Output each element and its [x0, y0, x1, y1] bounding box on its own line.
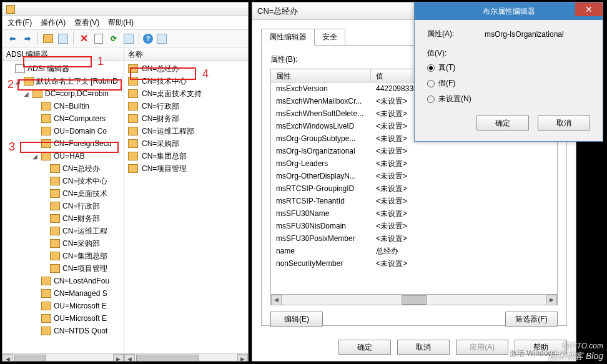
filter-button[interactable]: 筛选器(F) [505, 312, 558, 327]
folder-icon [128, 164, 138, 173]
tree-item[interactable]: CN=ForeignSecu [2, 137, 124, 150]
apply-button[interactable]: 应用(A) [456, 340, 508, 355]
scroll-thumb[interactable] [14, 355, 46, 362]
list-item[interactable]: CN=采购部 [124, 137, 248, 150]
tree-item[interactable]: CN=项目管理 [2, 262, 124, 275]
tree-view[interactable]: ADSI 编辑器◢默认命名上下文 [RobinD◢DC=corp,DC=robi… [2, 61, 124, 353]
menu-action[interactable]: 操作(A) [41, 17, 66, 28]
list-item[interactable]: CN=行政部 [124, 100, 248, 112]
attribute-row[interactable]: msOrg-Leaders<未设置> [271, 157, 557, 170]
tree-item[interactable]: ◢默认命名上下文 [RobinD [2, 75, 124, 87]
list-view[interactable]: CN=总经办CN=技术中心CN=桌面技术支持CN=行政部CN=财务部CN=运维工… [124, 61, 248, 353]
tree-item[interactable]: CN=Computers [2, 112, 124, 125]
attribute-row[interactable]: msRTCSIP-TenantId<未设置> [271, 195, 557, 207]
scroll-thumb[interactable] [136, 355, 199, 362]
list-item[interactable]: CN=集团总部 [124, 150, 248, 162]
attr-value: <未设置> [371, 146, 557, 157]
menu-view[interactable]: 查看(V) [74, 17, 99, 28]
tree-item[interactable]: CN=LostAndFou [2, 275, 124, 287]
tree-item[interactable]: ADSI 编辑器 [2, 62, 124, 75]
help-icon[interactable]: ? [143, 34, 153, 44]
attribute-row[interactable]: msRTCSIP-GroupingID<未设置> [271, 182, 557, 195]
refresh-icon[interactable]: ⟳ [107, 32, 120, 45]
back-icon[interactable]: ⬅ [6, 32, 19, 45]
pane-icon[interactable] [155, 32, 168, 45]
scroll-right-icon[interactable]: ▶ [113, 354, 124, 362]
tree-item[interactable]: OU=Microsoft E [2, 300, 124, 312]
edit-button[interactable]: 编辑(E) [270, 312, 323, 327]
list-item[interactable]: CN=运维工程部 [124, 125, 248, 137]
cancel-button[interactable]: 取消 [538, 116, 590, 130]
tree-item[interactable]: CN=NTDS Quot [2, 325, 124, 337]
help-button[interactable]: 帮助 [515, 340, 567, 355]
tab-attribute-editor[interactable]: 属性编辑器 [261, 29, 315, 46]
radio-notset[interactable]: 未设置(N) [427, 94, 590, 104]
tree-item[interactable]: ◢DC=corp,DC=robin [2, 87, 124, 100]
scroll-left-icon[interactable]: ◀ [271, 295, 282, 305]
folder-icon [50, 177, 60, 185]
attribute-row[interactable]: msSFU30NisDomain<未设置> [271, 220, 557, 232]
attribute-row[interactable]: msSFU30PosixMember<未设置> [271, 232, 557, 245]
scrollbar-horizontal[interactable]: ◀ ▶ [2, 353, 124, 361]
radio-icon[interactable] [427, 96, 435, 103]
tree-item[interactable]: CN=Builtin [2, 100, 124, 112]
scroll-right-icon[interactable]: ▶ [237, 354, 248, 362]
folder-icon [41, 127, 51, 135]
list-label: CN=总经办 [142, 64, 179, 74]
cancel-button[interactable]: 取消 [397, 340, 450, 355]
attr-value: <未设置> [371, 234, 557, 244]
scrollbar-horizontal[interactable]: ◀ ▶ [124, 353, 248, 361]
radio-true[interactable]: 真(T) [427, 62, 590, 73]
attribute-row[interactable]: msOrg-OtherDisplayN...<未设置> [271, 170, 557, 182]
scroll-left-icon[interactable]: ◀ [2, 354, 13, 362]
forward-icon[interactable]: ➡ [21, 32, 34, 45]
tree-item[interactable]: CN=采购部 [2, 237, 124, 250]
scroll-thumb[interactable] [402, 295, 427, 305]
scroll-right-icon[interactable]: ▶ [546, 295, 557, 305]
radio-icon[interactable] [427, 64, 435, 72]
tree-item[interactable]: CN=集团总部 [2, 250, 124, 262]
attribute-row[interactable]: msSFU30Name<未设置> [271, 207, 557, 220]
menu-help[interactable]: 帮助(H) [108, 17, 134, 28]
close-icon[interactable]: ✕ [575, 2, 603, 16]
list-item[interactable]: CN=财务部 [124, 112, 248, 125]
window-icon[interactable] [57, 32, 69, 45]
list-icon[interactable] [122, 32, 135, 45]
list-item[interactable]: CN=技术中心 [124, 75, 248, 87]
tree-item[interactable]: CN=运维工程 [2, 225, 124, 237]
attr-value: <未设置> [371, 258, 557, 269]
tree-item[interactable]: OU=Microsoft E [2, 312, 124, 325]
tree-item[interactable]: CN=桌面技术 [2, 187, 124, 200]
expand-toggle-icon[interactable]: ◢ [14, 78, 21, 85]
tree-item[interactable]: ◢OU=HAB [2, 150, 124, 162]
tree-item[interactable]: CN=财务部 [2, 212, 124, 225]
expand-toggle-icon[interactable]: ◢ [31, 153, 39, 160]
attribute-row[interactable]: nonSecurityMember<未设置> [271, 257, 557, 270]
attribute-row[interactable]: name总经办 [271, 245, 557, 257]
tree-item[interactable]: CN=总经办 [2, 162, 124, 175]
attribute-row[interactable]: msOrg-IsOrganizational<未设置> [271, 145, 557, 157]
scrollbar-horizontal[interactable]: ◀ ▶ [270, 295, 558, 305]
list-item[interactable]: CN=桌面技术支持 [124, 87, 248, 100]
radio-icon[interactable] [427, 80, 435, 87]
tree-item[interactable]: CN=行政部 [2, 200, 124, 212]
tree-item[interactable]: CN=Managed S [2, 287, 124, 300]
ok-button[interactable]: 确定 [338, 340, 391, 355]
properties-icon[interactable] [92, 32, 105, 45]
expand-toggle-icon[interactable]: ◢ [22, 91, 30, 97]
col-attribute[interactable]: 属性 [271, 69, 371, 82]
list-header[interactable]: 名称 [124, 47, 248, 61]
ok-button[interactable]: 确定 [476, 116, 529, 130]
tree-label: DC=corp,DC=robin [45, 89, 109, 98]
tree-item[interactable]: CN=技术中心 [2, 175, 124, 187]
list-item[interactable]: CN=总经办 [124, 62, 248, 75]
radio-false[interactable]: 假(F) [427, 78, 590, 89]
list-item[interactable]: CN=项目管理 [124, 162, 248, 175]
scroll-left-icon[interactable]: ◀ [124, 354, 135, 362]
tree-header[interactable]: ADSI 编辑器 [2, 47, 124, 61]
tree-item[interactable]: OU=Domain Co [2, 125, 124, 137]
up-folder-icon[interactable] [42, 32, 54, 45]
menu-file[interactable]: 文件(F) [7, 17, 32, 28]
delete-icon[interactable]: ✕ [77, 32, 90, 45]
tab-security[interactable]: 安全 [314, 29, 345, 46]
